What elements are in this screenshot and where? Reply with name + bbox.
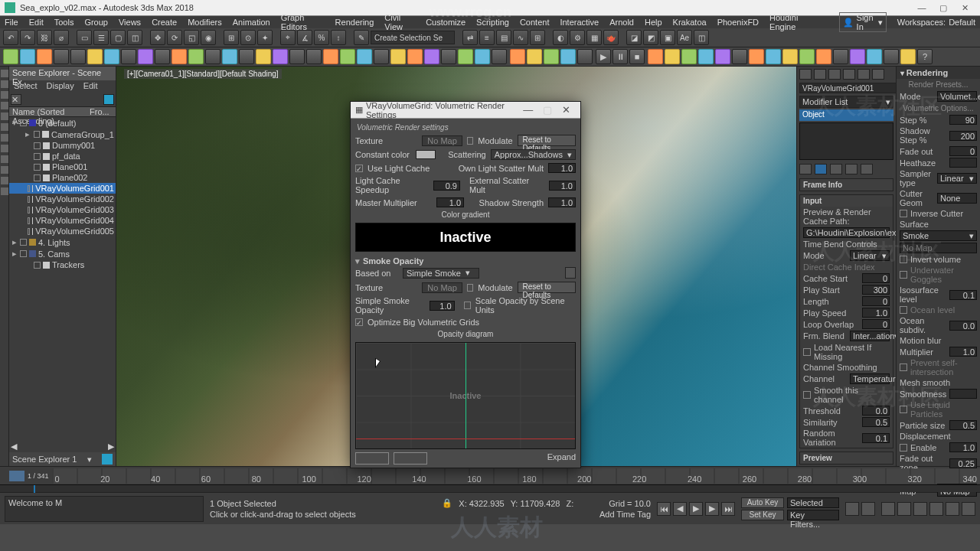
plugin-btn-49[interactable] [799, 49, 815, 64]
plugin-btn-42[interactable] [681, 49, 697, 64]
plugin-btn-6[interactable] [87, 49, 103, 64]
menu-help[interactable]: Help [645, 18, 662, 27]
ribbon-8[interactable] [1, 145, 8, 152]
plugin-btn-7[interactable] [104, 49, 119, 64]
step-val[interactable]: 90 [949, 115, 977, 125]
window-crossing-button[interactable]: ◫ [127, 30, 142, 45]
heathaze-val[interactable] [949, 158, 977, 168]
stack-config[interactable] [861, 164, 873, 174]
tab-hierarchy[interactable] [828, 69, 841, 80]
explorer-hdr-name[interactable]: Name (Sorted Ascending) [9, 107, 90, 116]
plugin-btn-51[interactable] [833, 49, 848, 64]
viewport-label[interactable]: [+][Camera01_1][Standard][Default Shadin… [124, 69, 282, 79]
section-input-hdr[interactable]: Input [800, 195, 893, 207]
ribbon-1[interactable] [1, 70, 8, 77]
tree-node[interactable]: VRayVolumeGrid004 [9, 215, 116, 226]
timeconfig-btn[interactable] [861, 502, 875, 516]
scroll-right-icon[interactable]: ▶ [108, 442, 114, 452]
chevron-down-icon[interactable]: ▾ [87, 455, 92, 465]
basedon-dd[interactable]: Simple Smoke▾ [403, 268, 479, 279]
anglesnap-button[interactable]: ∡ [297, 30, 312, 45]
tree-node[interactable]: Dummy001 [9, 140, 116, 151]
menu-views[interactable]: Views [119, 18, 141, 27]
mode-dropdown[interactable]: Linear▾ [850, 250, 890, 261]
explorer-hdr-fro[interactable]: Fro... [90, 107, 116, 116]
cutter-dd[interactable]: None [937, 193, 977, 204]
rendering-hdr[interactable]: ▾ Rendering [897, 67, 980, 79]
menu-civilview[interactable]: Civil View [384, 13, 415, 31]
plugin-btn-11[interactable] [172, 49, 187, 64]
time-track[interactable]: 0204060801001201401601802002202402602803… [52, 468, 980, 484]
plugin-btn-14[interactable] [222, 49, 237, 64]
keymode-btn[interactable] [845, 502, 859, 516]
plugin-btn-1[interactable] [3, 49, 18, 64]
plugin-btn-40[interactable] [648, 49, 663, 64]
selectmanip-button[interactable]: ✦ [257, 30, 273, 45]
close-button[interactable]: ✕ [954, 3, 975, 13]
frmblend-dropdown[interactable]: Inter...ation▾ [850, 331, 890, 341]
mirror-button[interactable]: ⇄ [462, 30, 478, 45]
play-anim-btn[interactable]: ▶ [689, 502, 703, 516]
modulate-check[interactable] [467, 137, 474, 145]
fadezone-val[interactable]: 0.25 [949, 458, 977, 468]
plugin-btn-47[interactable] [766, 49, 781, 64]
menu-grapheditors[interactable]: Graph Editors [281, 13, 325, 31]
play-button[interactable]: ▶ [596, 49, 611, 64]
tree-node[interactable]: VRayVolumeGrid002 [9, 194, 116, 204]
menu-arnold[interactable]: Arnold [609, 18, 634, 27]
plugin-btn-3[interactable] [37, 49, 52, 64]
opacity-diagram-panel[interactable]: Inactive [355, 342, 576, 449]
pause-button[interactable]: ⏸ [612, 49, 628, 64]
filter-close[interactable]: ✕ [11, 94, 21, 105]
explorer-bottom-btn[interactable] [102, 454, 113, 465]
sso-spin[interactable]: 1.0 [430, 301, 455, 311]
unlink-button[interactable]: ⌀ [54, 30, 69, 45]
tree-node[interactable]: Trackers [9, 259, 116, 270]
render-setup-button[interactable]: ⚙ [570, 30, 585, 45]
plugin-btn-53[interactable] [867, 49, 882, 64]
ribbon-6[interactable] [1, 123, 8, 131]
plugin-btn-4[interactable] [54, 49, 69, 64]
autokey-mode[interactable]: Selected [787, 497, 839, 508]
align-button[interactable]: ≡ [479, 30, 495, 45]
enable-check[interactable] [900, 444, 907, 452]
plugin-btn-9[interactable] [138, 49, 153, 64]
help-icon[interactable]: ? [917, 49, 933, 64]
cachepath-field[interactable]: G:\Houdini\Explosion\expl... [803, 227, 890, 238]
smoke-opacity-header[interactable]: Smoke Opacity [355, 256, 576, 266]
volopts-btn[interactable]: Volumetric Options... [897, 103, 980, 114]
opacity-btn-2[interactable] [394, 452, 427, 465]
tree-root[interactable]: ▾0 (default) [9, 117, 116, 129]
sampler-dd[interactable]: Linear▾ [937, 173, 977, 184]
pan-btn[interactable] [881, 502, 895, 516]
menu-animation[interactable]: Animation [233, 18, 270, 27]
loop-value[interactable]: 0 [862, 319, 890, 329]
plugin-btn-34[interactable] [560, 49, 576, 64]
texture2-map-btn[interactable]: No Map [422, 282, 462, 293]
extscatter-spin[interactable]: 1.0 [549, 181, 576, 191]
uselightcache-check[interactable] [355, 165, 363, 172]
modifier-list-dropdown[interactable]: Modifier List▾ [799, 96, 893, 108]
signin-group[interactable]: 👤 Sign In ▾ [839, 12, 887, 32]
keyfilters-btn[interactable]: Key Filters... [787, 510, 839, 520]
plugin-btn-43[interactable] [698, 49, 714, 64]
tree-node[interactable]: Plane001 [9, 161, 116, 172]
zoomextents-btn[interactable] [929, 502, 943, 516]
explorer-cmd-select[interactable]: Select [14, 81, 38, 92]
plugin-btn-22[interactable] [357, 49, 372, 64]
fov-btn[interactable] [946, 502, 959, 516]
plugin-btn-26[interactable] [424, 49, 439, 64]
reset2-btn[interactable]: Reset to Defaults [518, 282, 576, 293]
toolbar-btn-x4[interactable]: Ae [677, 30, 692, 45]
invcutter-check[interactable] [900, 210, 907, 217]
move-button[interactable]: ✥ [150, 30, 165, 45]
plugin-btn-16[interactable] [256, 49, 271, 64]
oceansub-val[interactable]: 0.0 [949, 321, 977, 331]
goto-start-btn[interactable]: ⏮ [657, 502, 671, 516]
render-presets[interactable]: Render Presets... [897, 79, 980, 90]
smooththis-check[interactable] [803, 391, 811, 399]
frame-ruler[interactable] [0, 484, 980, 492]
dialog-close-btn[interactable]: ✕ [557, 104, 576, 116]
selectname-button[interactable]: ☰ [93, 30, 109, 45]
plugin-btn-35[interactable] [577, 49, 593, 64]
